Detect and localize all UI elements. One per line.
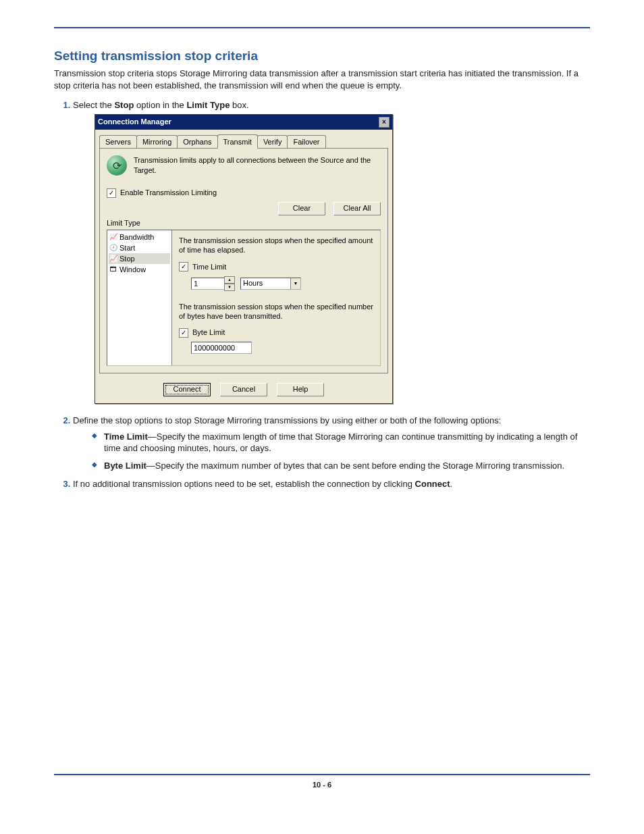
list-item-stop[interactable]: 📈 Stop (109, 253, 170, 264)
byte-limit-input[interactable] (191, 342, 252, 354)
clock-icon: 🕘 (109, 244, 117, 252)
dialog-footer: Connect Cancel Help (95, 377, 392, 403)
time-limit-label: Time Limit (192, 262, 226, 272)
steps-list: Select the Stop option in the Limit Type… (54, 99, 590, 490)
byte-desc: The transmission session stops when the … (179, 302, 373, 321)
tab-orphans[interactable]: Orphans (177, 135, 217, 149)
tab-verify[interactable]: Verify (257, 135, 288, 149)
tab-failover[interactable]: Failover (287, 135, 325, 149)
info-text: Transmission limits apply to all connect… (134, 155, 381, 176)
chevron-down-icon: ▼ (290, 278, 300, 289)
tab-strip: Servers Mirroring Orphans Transmit Verif… (95, 130, 392, 149)
limit-type-label: Limit Type (107, 218, 381, 228)
page-footer: 10 - 6 (54, 774, 590, 789)
list-item-bandwidth[interactable]: 📈 Bandwidth (109, 232, 170, 242)
enable-limiting-checkbox[interactable]: ✓ (107, 188, 116, 198)
step-2: Define the stop options to stop Storage … (73, 415, 590, 471)
help-button[interactable]: Help (277, 383, 324, 396)
time-limit-checkbox[interactable]: ✓ (179, 262, 188, 271)
intro-paragraph: Transmission stop criteria stops Storage… (54, 68, 590, 91)
top-rule (54, 27, 590, 28)
step-1: Select the Stop option in the Limit Type… (73, 99, 590, 404)
step-2a: Time Limit—Specify the maximum length of… (92, 431, 590, 454)
detail-pane: The transmission session stops when the … (172, 230, 380, 365)
chart-icon: 📈 (109, 255, 117, 263)
list-item-window[interactable]: 🗔 Window (109, 264, 170, 275)
enable-limiting-label: Enable Transmission Limiting (120, 188, 217, 198)
cancel-button[interactable]: Cancel (220, 383, 267, 396)
info-icon: ⟳ (107, 155, 127, 176)
limit-type-split: 📈 Bandwidth 🕘 Start 📈 Stop (107, 230, 381, 366)
tab-panel: ⟳ Transmission limits apply to all conne… (99, 148, 388, 373)
close-icon[interactable]: × (379, 117, 390, 128)
tab-transmit[interactable]: Transmit (217, 134, 258, 149)
limit-type-listbox[interactable]: 📈 Bandwidth 🕘 Start 📈 Stop (107, 230, 172, 365)
clear-button[interactable]: Clear (278, 202, 325, 215)
byte-limit-checkbox[interactable]: ✓ (179, 328, 188, 338)
tab-servers[interactable]: Servers (99, 135, 137, 149)
list-item-start[interactable]: 🕘 Start (109, 242, 170, 253)
time-unit-select[interactable]: Hours ▼ (240, 278, 301, 290)
dialog-screenshot: Connection Manager × Servers Mirroring O… (95, 114, 590, 405)
byte-limit-label: Byte Limit (192, 328, 225, 338)
connect-button[interactable]: Connect (163, 383, 211, 396)
connection-manager-dialog: Connection Manager × Servers Mirroring O… (95, 114, 393, 405)
step-3: If no additional transmission options ne… (73, 478, 590, 490)
window-icon: 🗔 (109, 265, 117, 273)
titlebar: Connection Manager × (95, 115, 392, 130)
time-desc: The transmission session stops when the … (179, 236, 373, 255)
chart-icon: 📈 (109, 233, 117, 241)
section-title: Setting transmission stop criteria (54, 49, 590, 63)
spinner-down-icon[interactable]: ▼ (224, 284, 235, 291)
dialog-title: Connection Manager (98, 117, 379, 127)
spinner-up-icon[interactable]: ▲ (224, 276, 235, 284)
clear-all-button[interactable]: Clear All (333, 202, 381, 215)
step-2b: Byte Limit—Specify the maximum number of… (92, 460, 590, 472)
tab-mirroring[interactable]: Mirroring (136, 135, 178, 149)
time-limit-input[interactable] (191, 278, 225, 290)
